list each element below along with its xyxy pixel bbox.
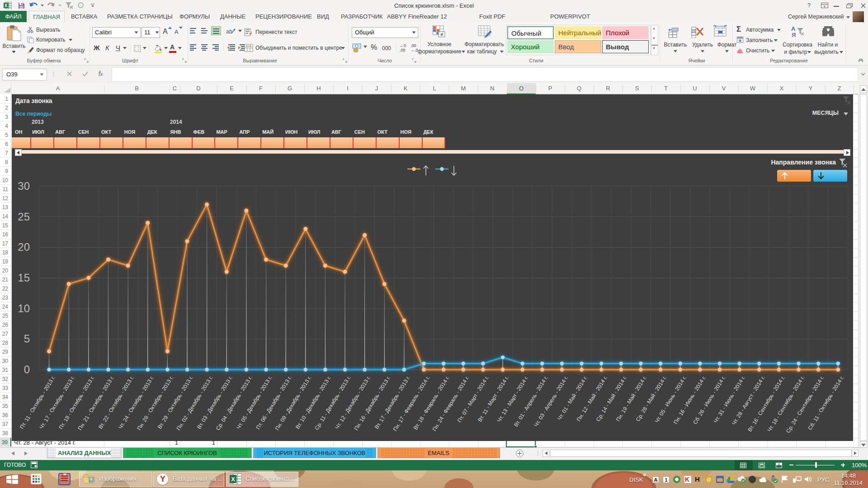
svg-text:Я: Я <box>792 32 796 38</box>
svg-text:X: X <box>231 476 235 483</box>
svg-text:А: А <box>791 25 796 32</box>
svg-text:≠: ≠ <box>440 32 443 37</box>
svg-text:ab: ab <box>226 28 232 35</box>
